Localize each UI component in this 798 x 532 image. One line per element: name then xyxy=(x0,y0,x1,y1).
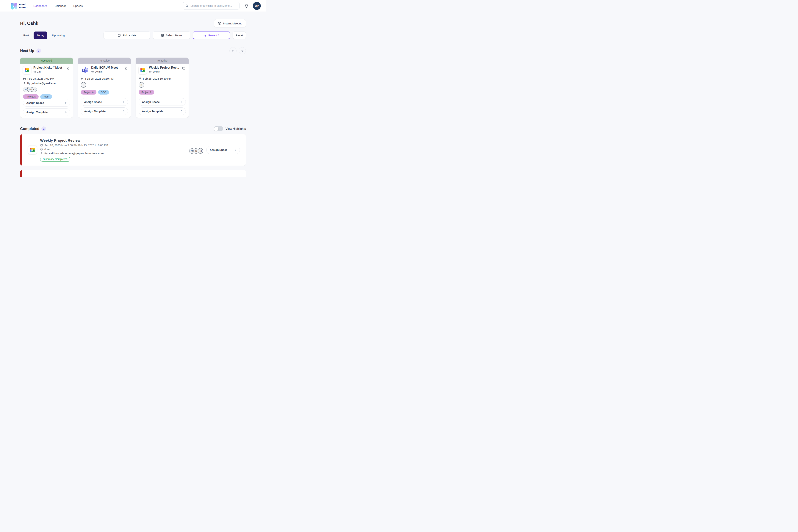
dashboard-content: Hi, Oshi! Instant Meeting Past Today Upc… xyxy=(0,12,266,177)
chevron-up-down-icon xyxy=(64,111,67,114)
meeting-datetime: Feb 28, 2025 10:30 PM xyxy=(143,77,171,80)
meeting-title: Project Kickoff Meet xyxy=(33,66,63,69)
project-filter-label: Project A xyxy=(208,34,220,37)
assign-space-select[interactable]: Assign Space xyxy=(138,98,186,106)
notifications-bell-icon[interactable] xyxy=(244,4,249,8)
assign-space-label: Assign Space xyxy=(142,100,160,103)
view-highlights-toggle[interactable] xyxy=(214,126,223,131)
google-meet-icon xyxy=(28,146,37,154)
missed-indicator-stripe xyxy=(20,170,22,177)
assign-template-select[interactable]: Assign Template xyxy=(23,108,70,116)
tag: Project A xyxy=(81,90,96,95)
toggle-knob xyxy=(214,127,219,131)
assign-template-label: Assign Template xyxy=(26,111,48,114)
calendar-icon xyxy=(81,77,84,80)
select-status-button[interactable]: Select Status xyxy=(153,32,190,39)
attendee-avatars: B xyxy=(81,82,128,88)
copy-icon[interactable] xyxy=(182,66,186,70)
avatar[interactable]: +3 xyxy=(198,148,203,154)
meeting-datetime: Feb 28, 2025 from 3:00 PM Feb 13, 2025 t… xyxy=(44,144,108,147)
copy-icon[interactable] xyxy=(124,66,128,70)
project-filter-button[interactable]: Project A xyxy=(193,32,230,39)
nav-calendar[interactable]: Calendar xyxy=(54,4,66,7)
calendar-icon xyxy=(117,34,121,37)
meeting-title: Weekly Project Review xyxy=(40,138,189,142)
next-up-cards: Accepted Project Kickof xyxy=(20,58,246,118)
meeting-tags: Project A SEO xyxy=(81,90,128,95)
pick-date-button[interactable]: Pick a date xyxy=(104,32,150,39)
assign-template-select[interactable]: Assign Template xyxy=(81,108,128,115)
top-bar: meet memo Dashboard Calendar Spaces OP xyxy=(0,0,266,12)
carousel-prev-button[interactable] xyxy=(229,47,237,54)
assign-space-select[interactable]: Assign Space xyxy=(81,98,128,106)
app-logo[interactable]: meet memo xyxy=(11,2,27,10)
clock-icon xyxy=(149,71,152,73)
meeting-card[interactable]: Tentative Weekly Projec xyxy=(136,58,189,118)
completed-meeting-row[interactable]: Daily Check-In Feb 28, 2025 from 10:30 P… xyxy=(20,170,246,177)
user-avatar[interactable]: OP xyxy=(253,2,261,10)
tab-today[interactable]: Today xyxy=(34,32,48,39)
reset-label: Reset xyxy=(236,34,243,37)
assign-space-label: Assign Space xyxy=(210,148,227,151)
nav-dashboard[interactable]: Dashboard xyxy=(33,4,47,7)
clock-icon xyxy=(33,71,36,73)
assign-space-select[interactable]: Assign Space xyxy=(23,99,70,107)
calendar-icon xyxy=(138,77,142,80)
chevron-up-down-icon xyxy=(64,101,67,104)
completed-list: Weekly Project Review Feb 28, 2025 from … xyxy=(20,134,246,177)
arrow-left-icon xyxy=(231,49,235,52)
meeting-duration: 30 min xyxy=(95,70,103,73)
assign-space-select[interactable]: Assign Space xyxy=(206,146,240,154)
organizer-prefix: By xyxy=(27,82,30,85)
completed-title: Completed xyxy=(20,127,39,131)
summary-status-badge: Summary Completed xyxy=(40,157,70,162)
tag: Project A xyxy=(23,94,39,99)
meeting-card[interactable]: Accepted Project Kickof xyxy=(20,58,73,118)
global-search[interactable] xyxy=(183,2,240,10)
assign-template-select[interactable]: Assign Template xyxy=(138,108,186,115)
avatar[interactable]: +3 xyxy=(32,87,37,92)
completed-meeting-row[interactable]: Weekly Project Review Feb 28, 2025 from … xyxy=(20,134,246,166)
meeting-card[interactable]: Tentative Daily SCRUM M xyxy=(78,58,131,118)
microsoft-teams-icon xyxy=(81,66,89,74)
time-filter-tabs: Past Today Upcoming xyxy=(20,32,68,39)
attendee-avatars: M O +3 xyxy=(189,148,203,154)
next-up-title: Next Up xyxy=(20,49,34,53)
select-status-label: Select Status xyxy=(166,34,182,37)
tab-upcoming[interactable]: Upcoming xyxy=(49,32,68,39)
nav-spaces[interactable]: Spaces xyxy=(73,4,82,7)
search-icon xyxy=(185,4,189,8)
chevron-up-down-icon xyxy=(180,100,183,103)
chevron-up-down-icon xyxy=(122,100,125,103)
person-icon xyxy=(23,82,26,85)
organizer-prefix: By xyxy=(44,152,48,155)
tab-past[interactable]: Past xyxy=(20,32,32,39)
next-up-count-badge: 2 xyxy=(36,49,41,53)
reset-filters-button[interactable]: Reset xyxy=(233,32,246,39)
carousel-next-button[interactable] xyxy=(239,47,246,54)
pick-date-label: Pick a date xyxy=(123,34,136,37)
chevron-up-down-icon xyxy=(234,148,237,151)
tag: Project A xyxy=(138,90,154,95)
meeting-duration: 1 hr xyxy=(37,70,41,73)
assign-template-label: Assign Template xyxy=(84,110,106,113)
completed-count-badge: 2 xyxy=(41,127,46,131)
status-banner: Accepted xyxy=(20,58,73,63)
instant-meeting-button[interactable]: Instant Meeting xyxy=(214,19,246,27)
meeting-duration: 30 min xyxy=(153,70,161,73)
avatar[interactable]: B xyxy=(138,82,144,88)
record-target-icon xyxy=(218,21,221,25)
calendar-icon xyxy=(40,144,43,147)
organizer-email: vaibhav.srivastava@gopeoplematters.com xyxy=(49,152,104,155)
clock-icon xyxy=(91,71,94,73)
assign-space-label: Assign Space xyxy=(26,101,44,104)
search-input[interactable] xyxy=(190,4,237,7)
arrow-right-icon xyxy=(241,49,244,52)
avatar[interactable]: B xyxy=(81,82,86,88)
copy-icon[interactable] xyxy=(66,66,70,70)
meeting-title: Weekly Project Revi... xyxy=(149,66,179,69)
meeting-tags: Project A Team xyxy=(23,94,70,99)
view-highlights-label: View Highlights xyxy=(225,127,246,131)
meeting-title: Daily SCRUM Meet xyxy=(91,66,122,69)
meeting-tags: Project A xyxy=(138,90,186,95)
